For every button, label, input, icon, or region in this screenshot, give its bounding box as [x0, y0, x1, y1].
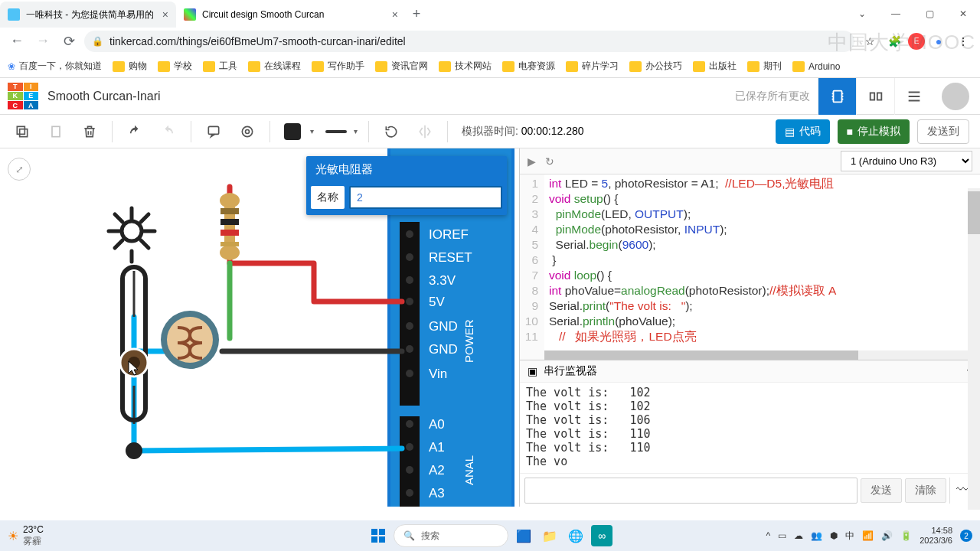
- url-input[interactable]: 🔒 tinkercad.com/things/ei60fBmeUm7-smoot…: [84, 31, 854, 52]
- tab-title: Circuit design Smooth Curcan: [202, 9, 324, 20]
- circuit-canvas[interactable]: ⤢ IOREF RESET 3.3V 5V GND GND Vin A0 A1 …: [0, 148, 519, 507]
- tinkercad-logo[interactable]: TI KE CA: [8, 83, 38, 110]
- weather-widget[interactable]: ☀ 23°C雾霾: [8, 524, 44, 548]
- svg-point-8: [246, 129, 250, 133]
- onedrive-icon[interactable]: ☁: [794, 530, 803, 541]
- battery-icon[interactable]: 🔋: [900, 530, 912, 541]
- view-circuit-button[interactable]: [818, 78, 856, 115]
- board-selector[interactable]: 1 (Arduino Uno R3): [841, 151, 972, 171]
- taskbar-search[interactable]: 🔍搜索: [394, 524, 508, 547]
- code-button[interactable]: ▤代码: [776, 119, 830, 144]
- mirror-button[interactable]: [413, 120, 436, 143]
- bookmark-item[interactable]: 资讯官网: [375, 60, 428, 73]
- bookmark-item[interactable]: Arduino: [792, 61, 840, 72]
- svg-point-35: [406, 466, 413, 474]
- arduino-icon[interactable]: ∞: [591, 525, 612, 546]
- tab-title: 一唯科技 - 为您提供简单易用的: [26, 8, 154, 21]
- extension-icon[interactable]: E: [908, 33, 925, 50]
- tray-icon[interactable]: ▭: [778, 530, 786, 541]
- file-explorer-icon[interactable]: 📁: [539, 525, 560, 546]
- back-button[interactable]: ←: [6, 31, 28, 52]
- code-editor[interactable]: 1234567891011 int LED = 5, photoResistor…: [520, 174, 980, 360]
- volume-icon[interactable]: 🔊: [881, 530, 893, 541]
- maximize-icon[interactable]: ▢: [913, 3, 946, 24]
- bookmark-item[interactable]: 在线课程: [248, 60, 301, 73]
- view-toggle-button[interactable]: [236, 120, 259, 143]
- bookmark-item[interactable]: 电赛资源: [502, 60, 555, 73]
- svg-rect-42: [220, 230, 239, 236]
- serial-monitor-header[interactable]: ▣ 串行监视器 ▾: [520, 360, 980, 383]
- photoresistor-component: [161, 311, 219, 369]
- tab-active[interactable]: Circuit design Smooth Curcan ×: [176, 2, 406, 28]
- taskbar-clock[interactable]: 14:582023/3/6: [920, 526, 952, 546]
- undo-button[interactable]: [123, 120, 146, 143]
- svg-point-30: [406, 322, 413, 330]
- extension-icon[interactable]: 🧩: [884, 31, 905, 52]
- view-list-button[interactable]: [894, 78, 933, 115]
- bookmark-item[interactable]: 写作助手: [312, 60, 364, 73]
- taskbar-app[interactable]: 🟦: [513, 525, 534, 546]
- svg-text:POWER: POWER: [462, 319, 475, 363]
- view-schematic-button[interactable]: [856, 78, 894, 115]
- bookmark-item[interactable]: 办公技巧: [629, 60, 682, 73]
- popup-name-input[interactable]: [349, 186, 502, 209]
- horizontal-scrollbar[interactable]: [544, 350, 980, 360]
- tray-icon[interactable]: 👥: [811, 530, 822, 541]
- bookmark-item[interactable]: 技术网站: [439, 60, 492, 73]
- serial-clear-button[interactable]: 清除: [905, 478, 946, 503]
- wire-style-picker[interactable]: [325, 120, 348, 143]
- bookmark-item[interactable]: 期刊: [747, 60, 782, 73]
- close-icon[interactable]: ×: [392, 8, 398, 21]
- rotate-button[interactable]: [380, 120, 403, 143]
- star-icon[interactable]: ☆: [859, 31, 880, 52]
- send-to-button[interactable]: 发送到: [917, 119, 969, 144]
- reload-button[interactable]: ⟳: [58, 31, 80, 52]
- serial-input[interactable]: [524, 478, 858, 504]
- chevron-down-icon[interactable]: ▾: [354, 127, 358, 135]
- copy-button[interactable]: [11, 120, 34, 143]
- chevron-down-icon[interactable]: ⌄: [845, 3, 879, 24]
- delete-button[interactable]: [78, 120, 101, 143]
- close-icon[interactable]: ×: [162, 8, 168, 21]
- bookmark-item[interactable]: 出版社: [693, 60, 737, 73]
- tab-inactive[interactable]: 一唯科技 - 为您提供简单易用的 ×: [0, 2, 176, 28]
- notification-badge[interactable]: 2: [960, 530, 972, 542]
- svg-text:A3: A3: [429, 486, 445, 500]
- profile-icon[interactable]: ●: [928, 31, 949, 52]
- start-button[interactable]: [368, 525, 389, 546]
- bookmark-item[interactable]: 工具: [203, 60, 237, 73]
- paste-button: [44, 120, 67, 143]
- tray-chevron-icon[interactable]: ^: [766, 530, 771, 541]
- vertical-scrollbar[interactable]: [968, 188, 980, 510]
- ime-indicator[interactable]: 中: [845, 530, 854, 543]
- toolbar: ▾ ▾ 模拟器时间: 00:00:12.280 ▤代码 ■停止模拟 发送到: [0, 115, 980, 148]
- popup-name-label: 名称: [311, 186, 345, 209]
- chrome-icon[interactable]: 🌐: [565, 525, 586, 546]
- bookmark-item[interactable]: ❀百度一下，你就知道: [8, 60, 102, 73]
- project-title[interactable]: Smooth Curcan-Inari: [47, 90, 161, 103]
- menu-icon[interactable]: ⋮: [952, 31, 974, 52]
- tray-icon[interactable]: ⬢: [830, 530, 838, 541]
- chevron-down-icon[interactable]: ▾: [310, 127, 314, 135]
- avatar[interactable]: [942, 83, 969, 110]
- close-icon[interactable]: ✕: [946, 3, 980, 24]
- run-icon[interactable]: ▶: [528, 155, 536, 168]
- annotate-button[interactable]: [202, 120, 225, 143]
- code-icon: ▤: [785, 126, 795, 138]
- stop-sim-button[interactable]: ■停止模拟: [838, 119, 910, 144]
- svg-point-33: [406, 420, 413, 428]
- svg-text:3.3V: 3.3V: [429, 273, 456, 288]
- zoom-fit-button[interactable]: ⤢: [8, 158, 31, 181]
- minimize-icon[interactable]: —: [879, 3, 913, 24]
- svg-point-38: [220, 193, 240, 208]
- svg-point-34: [406, 443, 413, 451]
- wire-color-picker[interactable]: [281, 120, 304, 143]
- bookmark-item[interactable]: 碎片学习: [566, 60, 619, 73]
- bookmark-item[interactable]: 购物: [113, 60, 147, 73]
- app-header: TI KE CA Smooth Curcan-Inari 已保存所有更改: [0, 78, 980, 115]
- wifi-icon[interactable]: 📶: [862, 530, 874, 541]
- debug-icon[interactable]: ↻: [545, 155, 554, 168]
- new-tab-button[interactable]: +: [406, 6, 427, 22]
- serial-send-button[interactable]: 发送: [861, 478, 902, 503]
- bookmark-item[interactable]: 学校: [158, 60, 192, 73]
